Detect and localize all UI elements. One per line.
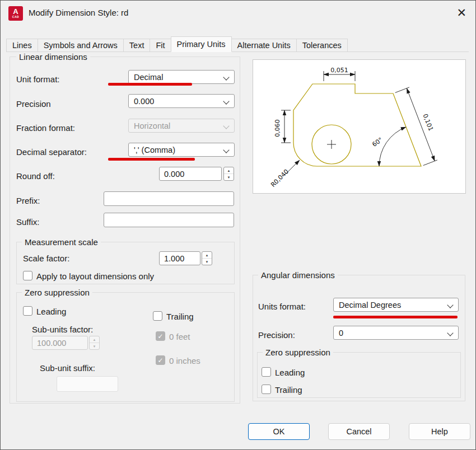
help-button[interactable]: Help [409, 423, 470, 440]
round-off-input[interactable]: 0.000 [159, 167, 222, 181]
tab-lines[interactable]: Lines [6, 39, 38, 51]
autocad-icon-letter: A [13, 8, 18, 15]
prefix-input[interactable] [104, 191, 234, 206]
sub-unit-suffix-input [57, 376, 118, 392]
zero-feet-label: 0 feet [169, 332, 190, 341]
dim-diagonal-text: 0,101 [422, 113, 435, 132]
round-off-label: Round off: [16, 171, 55, 181]
suffix-label: Suffix: [16, 217, 39, 227]
leading-checkbox[interactable] [23, 306, 32, 316]
sub-unit-suffix-label: Sub-unit suffix: [40, 363, 95, 373]
dimension-style-preview: 0,051 0,060 0,101 R0,040 60° [253, 59, 466, 194]
annotation-red-underline-angular-units [333, 316, 458, 318]
dialog-title: Modify Dimension Style: rd [29, 8, 128, 17]
tab-symbols-and-arrows[interactable]: Symbols and Arrows [38, 39, 124, 51]
close-icon[interactable]: ✕ [456, 6, 466, 20]
spin-down-icon: ▼ [90, 343, 99, 349]
chevron-down-icon [223, 74, 229, 80]
dim-left-text: 0,060 [274, 119, 281, 137]
measurement-scale-group-title: Measurement scale [22, 237, 101, 247]
precision-dropdown[interactable]: 0.000 [128, 94, 235, 108]
cancel-button[interactable]: Cancel [328, 423, 390, 440]
part-outline [293, 84, 421, 166]
angular-units-format-label: Units format: [258, 302, 306, 311]
scale-factor-spinner: ▲ ▼ [202, 251, 212, 265]
decimal-separator-value: ',' (Comma) [134, 146, 175, 154]
tab-alternate-units[interactable]: Alternate Units [231, 39, 297, 51]
spin-up-icon[interactable]: ▲ [224, 167, 234, 174]
angular-leading-checkbox[interactable] [262, 367, 271, 377]
angular-trailing-label: Trailing [275, 385, 302, 395]
angular-precision-value: 0 [339, 329, 343, 337]
angular-leading-label: Leading [275, 368, 305, 377]
annotation-red-underline-unit-format [108, 83, 192, 86]
unit-format-value: Decimal [134, 73, 163, 82]
decimal-separator-dropdown[interactable]: ',' (Comma) [128, 143, 235, 157]
chevron-down-icon [223, 123, 229, 129]
tab-fit[interactable]: Fit [150, 39, 171, 51]
angular-precision-dropdown[interactable]: 0 [333, 326, 459, 340]
trailing-checkbox[interactable] [153, 311, 162, 321]
chevron-down-icon [447, 330, 453, 336]
autocad-app-icon: A CAD [8, 6, 23, 21]
zero-inches-label: 0 inches [169, 356, 200, 365]
decimal-separator-label: Decimal separator: [16, 147, 87, 157]
unit-format-label: Unit format: [16, 74, 60, 84]
fraction-format-value: Horizontal [134, 121, 170, 130]
tab-bar: Lines Symbols and Arrows Text Fit Primar… [6, 36, 469, 52]
angular-units-format-dropdown[interactable]: Decimal Degrees [333, 298, 459, 312]
chevron-down-icon [223, 98, 229, 104]
fraction-format-label: Fraction format: [16, 123, 75, 133]
chevron-down-icon [223, 147, 229, 153]
sub-units-factor-spinner: ▲ ▼ [89, 336, 100, 350]
spin-down-icon[interactable]: ▼ [224, 174, 234, 180]
angular-precision-label: Precision: [258, 330, 295, 340]
linear-dimensions-group-title: Linear dimensions [16, 52, 90, 62]
ok-button[interactable]: OK [248, 423, 310, 440]
fraction-format-dropdown: Horizontal [128, 119, 235, 133]
checkmark-icon: ✓ [157, 333, 163, 340]
round-off-spinner: ▲ ▼ [223, 167, 234, 181]
checkmark-icon: ✓ [157, 357, 163, 364]
dimension-drawing: 0,051 0,060 0,101 R0,040 60° [253, 60, 465, 193]
dim-angle-text: 60° [371, 136, 384, 148]
modify-dimension-style-dialog: A CAD Modify Dimension Style: rd ✕ Lines… [0, 0, 476, 450]
spin-up-icon: ▲ [90, 336, 99, 343]
scale-factor-label: Scale factor: [23, 254, 69, 263]
unit-format-dropdown[interactable]: Decimal [128, 70, 235, 84]
zero-suppression-group-title: Zero suppression [22, 288, 92, 297]
spin-down-icon[interactable]: ▼ [202, 259, 212, 265]
precision-value: 0.000 [134, 97, 154, 106]
angular-dimensions-group-title: Angular dimensions [258, 270, 338, 280]
tab-text[interactable]: Text [123, 39, 151, 51]
apply-layout-dimensions-label: Apply to layout dimensions only [36, 271, 154, 281]
apply-layout-dimensions-checkbox[interactable] [23, 271, 32, 280]
suffix-input[interactable] [104, 213, 234, 227]
leading-label: Leading [36, 307, 66, 316]
angular-units-format-value: Decimal Degrees [339, 301, 401, 310]
sub-units-factor-label: Sub-units factor: [32, 325, 93, 334]
prefix-label: Prefix: [16, 196, 40, 205]
zero-feet-checkbox: ✓ [156, 331, 165, 341]
tab-tolerances[interactable]: Tolerances [296, 39, 348, 51]
zero-inches-checkbox: ✓ [156, 355, 165, 365]
spin-up-icon[interactable]: ▲ [202, 252, 212, 259]
chevron-down-icon [447, 302, 453, 308]
tab-primary-units[interactable]: Primary Units [171, 36, 232, 52]
angular-trailing-checkbox[interactable] [262, 385, 271, 394]
scale-factor-input[interactable]: 1.000 [159, 251, 200, 265]
trailing-label: Trailing [166, 312, 194, 321]
angular-zero-suppression-group-title: Zero suppression [263, 348, 333, 357]
sub-units-factor-input: 100.000 [32, 336, 88, 350]
annotation-red-underline-decimal-separator [108, 158, 195, 161]
precision-label: Precision [16, 99, 51, 109]
autocad-icon-sub: CAD [12, 15, 19, 18]
dim-top-text: 0,051 [330, 67, 348, 74]
dim-radius-text: R0,040 [269, 168, 290, 189]
dimension-lines [281, 71, 437, 175]
